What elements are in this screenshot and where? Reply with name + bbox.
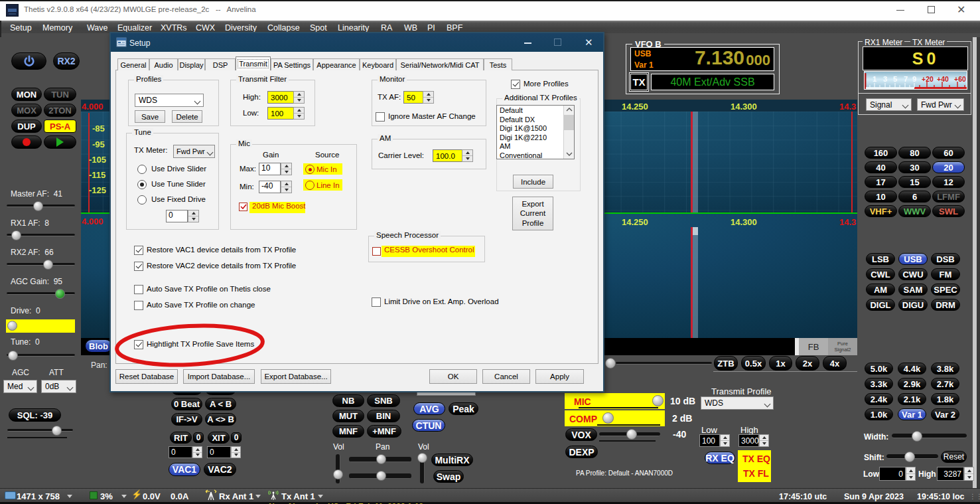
svg-text:9: 9 [912, 75, 916, 83]
svg-text:3: 3 [883, 75, 887, 83]
svg-text:7: 7 [904, 75, 908, 83]
svg-text:5: 5 [893, 75, 897, 83]
svg-text:+60: +60 [954, 75, 966, 83]
svg-text:+20: +20 [922, 75, 934, 83]
svg-text:1: 1 [873, 75, 876, 83]
svg-text:+40: +40 [937, 75, 949, 83]
